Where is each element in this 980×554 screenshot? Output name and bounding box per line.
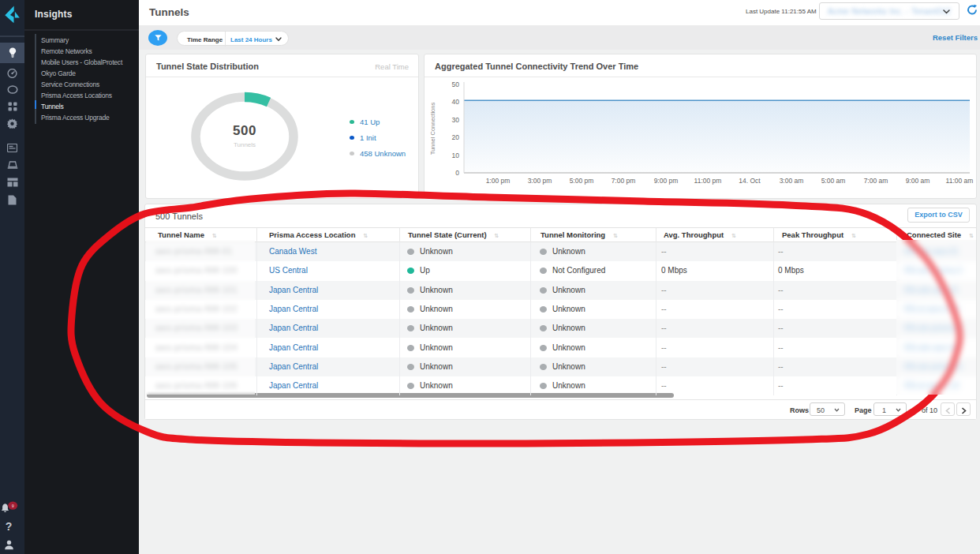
svg-text:0: 0 <box>455 169 459 177</box>
svg-text:10: 10 <box>452 152 460 159</box>
svg-text:3:00 pm: 3:00 pm <box>528 177 552 185</box>
svg-text:9:00 am: 9:00 am <box>906 177 930 185</box>
svg-text:7:00 pm: 7:00 pm <box>612 177 636 185</box>
svg-text:Tunnel Connections: Tunnel Connections <box>429 103 436 155</box>
svg-text:7:00 am: 7:00 am <box>864 177 888 185</box>
svg-text:5:00 am: 5:00 am <box>821 177 846 185</box>
svg-text:40: 40 <box>452 98 460 106</box>
svg-text:30: 30 <box>452 116 460 124</box>
svg-text:11:00 pm: 11:00 pm <box>694 177 722 185</box>
svg-text:11:00 am: 11:00 am <box>946 177 974 185</box>
svg-text:5:00 pm: 5:00 pm <box>570 177 594 185</box>
svg-text:50: 50 <box>452 80 460 88</box>
svg-text:1:00 pm: 1:00 pm <box>486 177 511 185</box>
svg-text:9:00 pm: 9:00 pm <box>654 177 679 185</box>
svg-text:14. Oct: 14. Oct <box>739 177 761 185</box>
svg-text:20: 20 <box>452 133 460 141</box>
svg-text:9: 9 <box>12 503 14 508</box>
svg-text:3:00 am: 3:00 am <box>780 177 804 185</box>
